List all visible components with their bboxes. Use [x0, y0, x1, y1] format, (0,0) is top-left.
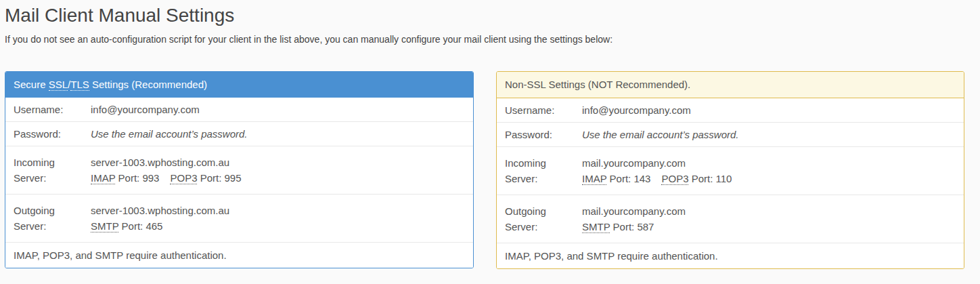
password-value: Use the email account’s password. [574, 123, 964, 147]
ssl-header-prefix: Secure [14, 79, 49, 90]
pop3-abbr: POP3 [170, 172, 197, 184]
password-label: Password: [5, 122, 83, 146]
imap-port-text: Port: 143 [606, 173, 650, 184]
username-label: Username: [497, 98, 574, 123]
imap-abbr: IMAP [582, 173, 606, 185]
mail-client-manual-settings-section: Mail Client Manual Settings If you do no… [0, 0, 980, 269]
smtp-port-text: Port: 465 [118, 220, 162, 232]
incoming-ports: IMAP Port: 993POP3 Port: 995 [91, 170, 465, 186]
ssl-settings-table: Secure SSL/TLS Settings (Recommended) Us… [5, 71, 474, 268]
outgoing-ports: SMTP Port: 587 [582, 219, 956, 235]
outgoing-server-label: Outgoing Server: [5, 195, 83, 243]
ssl-table-header-row: Secure SSL/TLS Settings (Recommended) [5, 72, 473, 98]
pop3-port-text: Port: 110 [688, 173, 732, 184]
page-description: If you do not see an auto-configuration … [5, 33, 964, 46]
imap-abbr: IMAP [91, 172, 115, 184]
incoming-server-value: server-1003.wphosting.com.au IMAP Port: … [83, 146, 473, 195]
ssl-username-row: Username: info@yourcompany.com [5, 98, 473, 122]
auth-note: IMAP, POP3, and SMTP require authenticat… [5, 243, 473, 268]
incoming-server-label: Incoming Server: [497, 147, 574, 195]
settings-tables-row: Secure SSL/TLS Settings (Recommended) Us… [5, 71, 964, 269]
password-note: Use the email account’s password. [91, 128, 248, 140]
smtp-port: SMTP Port: 465 [91, 220, 162, 232]
incoming-ports: IMAP Port: 143POP3 Port: 110 [582, 171, 956, 186]
smtp-port-text: Port: 587 [610, 221, 654, 232]
imap-port-text: Port: 993 [115, 172, 159, 184]
imap-port: IMAP Port: 143 [582, 173, 650, 185]
ssl-password-row: Password: Use the email account’s passwo… [5, 122, 473, 146]
nonssl-incoming-server-row: Incoming Server: mail.yourcompany.com IM… [497, 147, 964, 195]
ssl-incoming-server-row: Incoming Server: server-1003.wphosting.c… [5, 146, 473, 195]
outgoing-ports: SMTP Port: 465 [91, 218, 465, 234]
password-note: Use the email account’s password. [582, 129, 739, 140]
ssl-outgoing-server-row: Outgoing Server: server-1003.wphosting.c… [5, 195, 473, 243]
tls-abbr: TLS [70, 79, 89, 91]
outgoing-server-value: mail.yourcompany.com SMTP Port: 587 [574, 195, 964, 243]
pop3-port: POP3 Port: 110 [661, 173, 732, 184]
outgoing-host: mail.yourcompany.com [582, 203, 956, 219]
outgoing-server-label: Outgoing Server: [497, 195, 574, 243]
outgoing-server-value: server-1003.wphosting.com.au SMTP Port: … [83, 195, 473, 243]
nonssl-username-row: Username: info@yourcompany.com [497, 98, 964, 123]
incoming-server-value: mail.yourcompany.com IMAP Port: 143POP3 … [574, 147, 964, 195]
ssl-table-header: Secure SSL/TLS Settings (Recommended) [5, 72, 473, 98]
username-value: info@yourcompany.com [574, 98, 964, 123]
outgoing-host: server-1003.wphosting.com.au [91, 203, 465, 218]
nonssl-settings-table: Non-SSL Settings (NOT Recommended). User… [496, 71, 964, 269]
ssl-auth-note-row: IMAP, POP3, and SMTP require authenticat… [5, 243, 473, 268]
incoming-host: server-1003.wphosting.com.au [91, 155, 465, 170]
smtp-port: SMTP Port: 587 [582, 221, 654, 233]
password-label: Password: [497, 123, 574, 147]
ssl-header-suffix: Settings (Recommended) [89, 79, 207, 90]
ssl-abbr: SSL [49, 79, 68, 91]
imap-port: IMAP Port: 993 [91, 172, 159, 184]
page-title: Mail Client Manual Settings [5, 4, 964, 27]
pop3-port: POP3 Port: 995 [170, 172, 241, 184]
pop3-port-text: Port: 995 [197, 172, 241, 184]
nonssl-table-header-row: Non-SSL Settings (NOT Recommended). [497, 72, 964, 98]
nonssl-password-row: Password: Use the email account’s passwo… [497, 123, 964, 147]
username-value: info@yourcompany.com [83, 98, 473, 122]
nonssl-table-header: Non-SSL Settings (NOT Recommended). [497, 72, 964, 98]
pop3-abbr: POP3 [661, 173, 688, 185]
smtp-abbr: SMTP [91, 220, 118, 232]
smtp-abbr: SMTP [582, 221, 610, 233]
username-label: Username: [5, 98, 83, 122]
nonssl-outgoing-server-row: Outgoing Server: mail.yourcompany.com SM… [497, 195, 964, 243]
auth-note: IMAP, POP3, and SMTP require authenticat… [497, 243, 964, 269]
password-value: Use the email account’s password. [83, 122, 473, 146]
nonssl-auth-note-row: IMAP, POP3, and SMTP require authenticat… [497, 243, 964, 269]
incoming-host: mail.yourcompany.com [582, 155, 956, 171]
incoming-server-label: Incoming Server: [5, 146, 83, 195]
